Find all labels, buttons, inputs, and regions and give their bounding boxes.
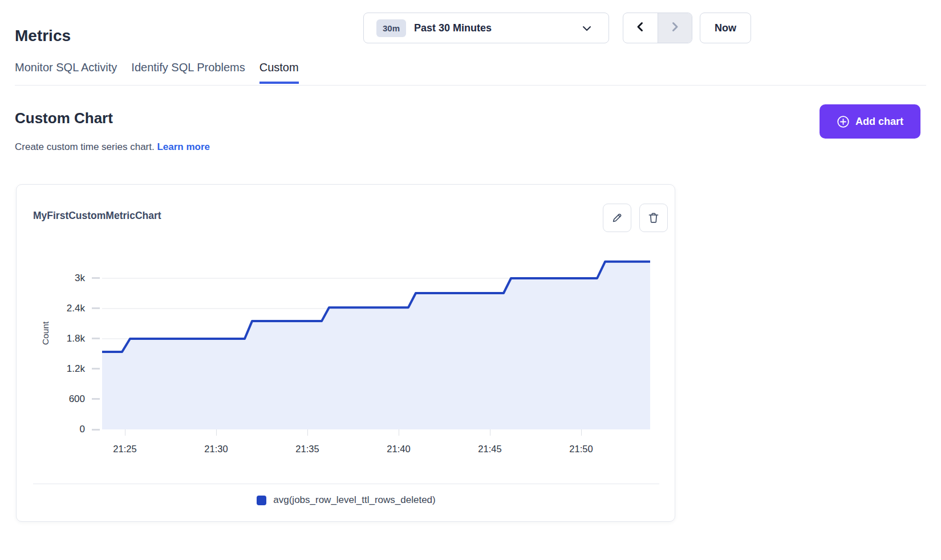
tab-monitor-sql-activity[interactable]: Monitor SQL Activity (15, 61, 117, 84)
tab-bar: Monitor SQL Activity Identify SQL Proble… (15, 61, 299, 84)
now-button[interactable]: Now (700, 13, 751, 43)
time-range-label: Past 30 Minutes (414, 22, 492, 34)
x-tick-mark (307, 429, 308, 436)
y-tick-mark (92, 398, 100, 400)
time-series-plot (102, 246, 650, 429)
y-tick-label: 3k (17, 273, 85, 284)
x-tick-mark (125, 429, 125, 436)
learn-more-link[interactable]: Learn more (157, 141, 210, 152)
y-tick-label: 600 (17, 393, 85, 405)
custom-chart-card: MyFirstCustomMetricChart Count 06001.2k1… (16, 184, 675, 522)
add-chart-label: Add chart (855, 116, 903, 128)
section-subtitle: Create custom time series chart. Learn m… (15, 141, 210, 153)
edit-chart-button[interactable] (603, 204, 631, 232)
legend-swatch (257, 496, 266, 505)
time-range-badge: 30m (376, 19, 406, 37)
trash-icon (647, 212, 660, 224)
y-tick-label: 2.4k (17, 303, 85, 314)
tabs-divider (15, 85, 926, 86)
y-tick-mark (92, 307, 100, 309)
prev-time-button[interactable] (623, 13, 658, 43)
plus-circle-icon (837, 115, 850, 128)
tab-identify-sql-problems[interactable]: Identify SQL Problems (131, 61, 245, 84)
x-tick-label: 21:50 (558, 444, 604, 455)
page-title: Metrics (15, 27, 71, 45)
chart-plot-area: Count 06001.2k1.8k2.4k3k21:2521:3021:352… (17, 246, 676, 451)
time-pager (623, 13, 692, 43)
tab-custom[interactable]: Custom (259, 61, 299, 84)
x-tick-label: 21:30 (193, 444, 239, 455)
chevron-left-icon (635, 21, 646, 35)
x-tick-mark (399, 429, 399, 436)
y-tick-mark (92, 429, 100, 431)
pencil-icon (611, 212, 623, 224)
y-tick-mark (92, 368, 100, 370)
chart-title: MyFirstCustomMetricChart (33, 210, 161, 222)
x-tick-label: 21:45 (467, 444, 513, 455)
chevron-right-icon (669, 21, 680, 35)
legend-label: avg(jobs_row_level_ttl_rows_deleted) (273, 494, 435, 506)
x-tick-mark (581, 429, 582, 436)
card-divider (33, 484, 659, 484)
time-range-select[interactable]: 30m Past 30 Minutes (363, 13, 609, 43)
y-tick-label: 1.8k (17, 333, 85, 344)
x-tick-label: 21:35 (285, 444, 330, 455)
y-tick-mark (92, 338, 100, 339)
chevron-down-icon (582, 25, 591, 35)
x-tick-mark (490, 429, 490, 436)
add-chart-button[interactable]: Add chart (820, 104, 920, 139)
delete-chart-button[interactable] (639, 204, 668, 232)
y-tick-label: 0 (17, 424, 85, 435)
x-tick-label: 21:25 (102, 444, 148, 455)
y-tick-label: 1.2k (17, 363, 85, 375)
y-tick-mark (92, 277, 100, 279)
chart-legend: avg(jobs_row_level_ttl_rows_deleted) (17, 494, 676, 506)
next-time-button[interactable] (658, 13, 692, 43)
x-tick-mark (216, 429, 217, 436)
x-tick-label: 21:40 (376, 444, 421, 455)
subtitle-text: Create custom time series chart. (15, 141, 155, 152)
section-title: Custom Chart (15, 109, 113, 127)
